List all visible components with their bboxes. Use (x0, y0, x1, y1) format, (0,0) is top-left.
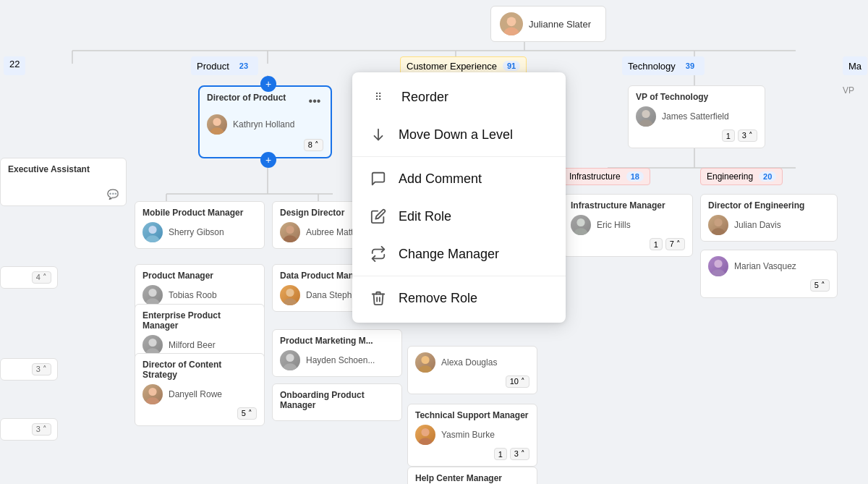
tech-support-card[interactable]: Technical Support Manager Yasmin Burke 1… (407, 404, 537, 467)
svg-point-22 (148, 226, 156, 234)
help-center-role: Help Center Manager (415, 473, 529, 483)
dir-engineering-avatar (708, 215, 728, 235)
svg-point-34 (286, 354, 294, 362)
menu-item-edit-role[interactable]: Edit Role (352, 198, 566, 235)
divider-1 (352, 156, 566, 157)
menu-item-remove-role[interactable]: Remove Role (352, 279, 566, 317)
vp-tech-expand2[interactable]: 3 ˄ (738, 130, 757, 142)
infrastructure-header: Infrastructure 18 (563, 168, 650, 185)
menu-item-add-comment[interactable]: Add Comment (352, 160, 566, 198)
infrastructure-label: Infrastructure (569, 171, 621, 182)
left-card-4: 4 ˄ (0, 266, 58, 289)
swap-icon (370, 245, 387, 263)
expand-3[interactable]: 3 ˄ (32, 363, 51, 375)
product-marketing-role: Product Marketing M... (280, 336, 394, 346)
exec-assistant-card: Executive Assistant 💬 (0, 158, 127, 206)
director-product-card[interactable]: Director of Product ••• Kathryn Holland … (198, 85, 332, 158)
dept-header-tech: Technology 39 (622, 56, 705, 75)
expand-4[interactable]: 4 ˄ (32, 271, 51, 284)
arrow-down-icon (370, 126, 387, 143)
svg-point-31 (284, 235, 297, 242)
exec-comment-icon[interactable]: 💬 (107, 189, 119, 200)
add-below-btn[interactable]: + (260, 152, 276, 168)
dept-product-label: Product (197, 61, 229, 72)
dir-engineering-card[interactable]: Director of Engineering Julian Davis (700, 194, 838, 242)
marian-card[interactable]: Marian Vasquez 5 ˄ (700, 250, 838, 298)
alexa-expand[interactable]: 10 ˄ (506, 375, 529, 388)
add-product-btn[interactable]: + (260, 76, 276, 92)
dept-tech-label: Technology (628, 61, 676, 72)
dept-cx-count: 91 (503, 61, 520, 71)
dept-header-product: Product 23 (191, 56, 258, 75)
enterprise-pm-role: Enterprise Product Manager (142, 310, 257, 331)
menu-item-move-down[interactable]: Move Down a Level (352, 116, 566, 153)
svg-point-21 (210, 127, 224, 135)
top-person-name: Julianne Slater (529, 19, 591, 30)
product-marketing-avatar (280, 350, 300, 370)
pm-avatar (142, 285, 163, 305)
alexa-douglas-card[interactable]: Alexa Douglas 10 ˄ (407, 346, 537, 394)
add-comment-label: Add Comment (399, 171, 482, 187)
director-avatar (207, 114, 227, 135)
infra-expand2[interactable]: 7 ˄ (665, 238, 685, 250)
svg-point-33 (284, 298, 297, 305)
content-strategy-card[interactable]: Director of Content Strategy Danyell Row… (135, 353, 265, 426)
infrastructure-count: 18 (626, 171, 644, 182)
svg-point-43 (574, 228, 587, 235)
change-manager-label: Change Manager (399, 247, 499, 262)
left-card-3: 3 ˄ (0, 358, 58, 381)
menu-item-reorder[interactable]: ⠿ Reorder (352, 78, 566, 116)
mobile-pm-name: Sherry Gibson (169, 227, 224, 237)
svg-point-36 (421, 356, 429, 364)
dept-product-count: 23 (235, 61, 252, 71)
tech-support-expand1[interactable]: 1 (494, 448, 507, 460)
top-person-avatar (500, 12, 523, 35)
mobile-pm-card[interactable]: Mobile Product Manager Sherry Gibson (135, 201, 265, 249)
marian-expand[interactable]: 5 ˄ (810, 279, 830, 292)
tech-support-expand2[interactable]: 3 ˄ (510, 448, 529, 460)
director-name: Kathryn Holland (233, 119, 294, 130)
more-options-btn[interactable]: ••• (306, 93, 323, 110)
infra-manager-card[interactable]: Infrastructure Manager Eric Hills 1 7 ˄ (563, 194, 693, 257)
marian-avatar (708, 256, 728, 276)
exec-assistant-role: Executive Assistant (8, 164, 119, 174)
svg-point-42 (576, 218, 584, 226)
help-center-card[interactable]: Help Center Manager (407, 467, 537, 484)
edit-role-label: Edit Role (399, 209, 451, 224)
onboarding-pm-card[interactable]: Onboarding Product Manager (272, 383, 402, 421)
tech-support-name: Yasmin Burke (441, 430, 495, 440)
pm-name: Tobias Roob (169, 290, 217, 300)
content-expand[interactable]: 5 ˄ (237, 407, 257, 420)
top-person-card: Julianne Slater (490, 6, 606, 42)
director-expand[interactable]: 8 ˄ (304, 139, 323, 151)
svg-point-44 (714, 218, 722, 226)
menu-item-change-manager[interactable]: Change Manager (352, 235, 566, 273)
vp-tech-card[interactable]: VP of Technology James Satterfield 1 3 ˄ (628, 85, 765, 148)
svg-point-39 (419, 438, 432, 445)
dept-tech-count: 39 (681, 61, 699, 71)
svg-point-41 (639, 119, 652, 127)
svg-point-20 (213, 118, 221, 126)
engineering-header: Engineering 20 (700, 168, 783, 185)
product-marketing-card[interactable]: Product Marketing M... Hayden Schoen... (272, 329, 402, 377)
svg-point-37 (419, 365, 432, 373)
vp-tech-expand1[interactable]: 1 (722, 130, 735, 142)
infra-expand1[interactable]: 1 (650, 238, 663, 250)
tech-support-role: Technical Support Manager (415, 410, 529, 420)
content-strategy-avatar (142, 384, 163, 404)
dir-engineering-role: Director of Engineering (708, 200, 830, 211)
vp-tech-role: VP of Technology (636, 92, 757, 102)
alexa-avatar (415, 352, 435, 373)
svg-point-35 (284, 363, 297, 370)
expand-bottom[interactable]: 3 ˄ (32, 423, 51, 436)
vp-tech-name: James Satterfield (662, 111, 729, 122)
engineering-count: 20 (759, 171, 776, 182)
svg-point-45 (712, 228, 725, 235)
data-pm-avatar (280, 285, 300, 305)
svg-point-40 (642, 110, 650, 118)
dept-cx-label: Customer Experience (407, 61, 497, 72)
svg-point-29 (146, 397, 159, 404)
infra-manager-name: Eric Hills (597, 220, 631, 230)
design-director-avatar (280, 222, 300, 242)
reorder-label: Reorder (401, 90, 448, 105)
